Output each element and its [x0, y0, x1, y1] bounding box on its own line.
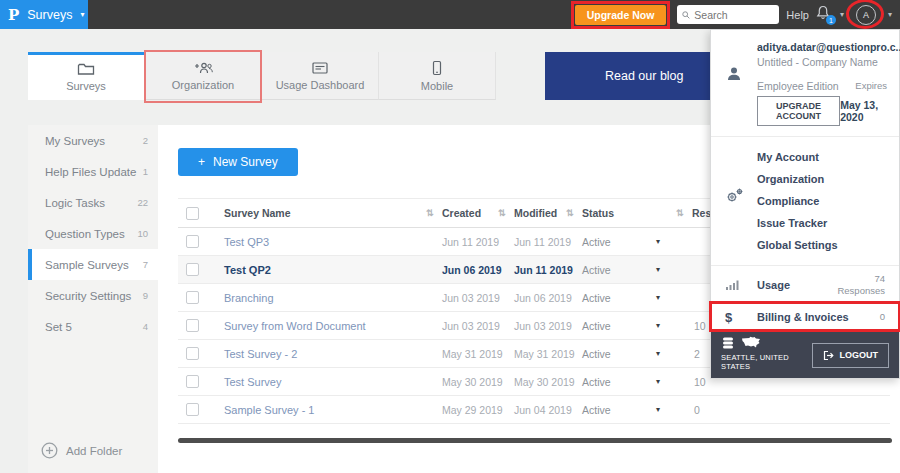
select-all-checkbox[interactable]	[186, 207, 199, 220]
status-dropdown-caret[interactable]: ▾	[656, 405, 692, 414]
billing-label: Billing & Invoices	[757, 311, 880, 323]
tab-mobile[interactable]: Mobile	[379, 52, 496, 100]
help-link[interactable]: Help	[786, 9, 809, 21]
usage-row[interactable]: Usage 74Responses	[711, 266, 899, 304]
survey-name-link[interactable]: Test Survey - 2	[224, 348, 442, 360]
status-dropdown-caret[interactable]: ▾	[656, 265, 692, 274]
modified-date: Jun 11 2019	[514, 236, 582, 248]
horizontal-scrollbar[interactable]	[178, 438, 892, 443]
product-switcher[interactable]: P Surveys ▾	[0, 0, 88, 29]
survey-name-link[interactable]: Sample Survey - 1	[224, 404, 442, 416]
sidebar-item-set-5[interactable]: Set 5 4	[28, 311, 158, 342]
gears-icon	[724, 187, 744, 205]
modified-date: Jun 11 2019	[514, 264, 582, 276]
sort-icon[interactable]: ⇅	[498, 208, 506, 218]
tab-surveys[interactable]: Surveys	[28, 52, 145, 100]
search-input[interactable]	[694, 9, 774, 21]
row-checkbox[interactable]	[186, 291, 199, 304]
notification-badge: 1	[826, 15, 836, 25]
account-summary: aditya.datar@questionpro.c... Untitled -…	[711, 30, 899, 136]
module-tabs: Surveys Organization Usage Dashboard	[28, 52, 496, 100]
expires-label: Expires	[855, 80, 887, 92]
folder-label: Logic Tasks	[45, 197, 137, 209]
sidebar-item-sample-surveys[interactable]: Sample Surveys 7	[28, 249, 158, 280]
row-checkbox[interactable]	[186, 375, 199, 388]
survey-name-link[interactable]: Branching	[224, 292, 442, 304]
chevron-down-icon[interactable]: ▾	[888, 11, 892, 19]
status-value: Active	[582, 320, 656, 332]
add-folder-button[interactable]: Add Folder	[41, 442, 122, 459]
menu-item-my-account[interactable]: My Account	[711, 146, 899, 168]
folder-label: Set 5	[45, 321, 143, 333]
folder-count: 1	[143, 166, 148, 177]
upgrade-account-button[interactable]: UPGRADE ACCOUNT	[757, 96, 840, 126]
modified-date: May 31 2019	[514, 348, 582, 360]
status-dropdown-caret[interactable]: ▾	[656, 377, 692, 386]
database-icon	[721, 336, 735, 350]
expires-date: May 13, 2020	[840, 99, 887, 123]
tab-label: Mobile	[421, 80, 453, 92]
logout-icon	[823, 350, 834, 361]
folder-sidebar: My Surveys 2 Help Files Update 1 Logic T…	[28, 125, 158, 473]
plus-icon: +	[198, 155, 205, 169]
upgrade-now-button[interactable]: Upgrade Now	[575, 5, 667, 25]
column-header-survey-name[interactable]: Survey Name	[224, 207, 442, 219]
sidebar-item-security-settings[interactable]: Security Settings 9	[28, 280, 158, 311]
tab-label: Organization	[172, 79, 234, 91]
chevron-down-icon[interactable]: ▾	[840, 11, 844, 19]
column-header-status[interactable]: ⇅Status	[582, 207, 656, 219]
survey-name-link[interactable]: Test QP3	[224, 236, 442, 248]
tab-organization[interactable]: Organization	[145, 52, 262, 100]
survey-name-link[interactable]: Test Survey	[224, 376, 442, 388]
status-dropdown-caret[interactable]: ▾	[656, 349, 692, 358]
account-menu-list: My Account Organization Compliance Issue…	[711, 137, 899, 265]
response-count: 0	[692, 404, 890, 416]
status-value: Active	[582, 376, 656, 388]
row-checkbox[interactable]	[186, 263, 199, 276]
row-checkbox[interactable]	[186, 235, 199, 248]
row-checkbox[interactable]	[186, 403, 199, 416]
menu-item-global-settings[interactable]: Global Settings	[711, 234, 899, 256]
status-value: Active	[582, 292, 656, 304]
new-survey-label: New Survey	[213, 155, 278, 169]
sidebar-item-help-files-update[interactable]: Help Files Update 1	[28, 156, 158, 187]
search-box[interactable]	[677, 5, 779, 24]
account-company: Untitled - Company Name	[757, 56, 887, 68]
sidebar-item-logic-tasks[interactable]: Logic Tasks 22	[28, 187, 158, 218]
menu-item-issue-tracker[interactable]: Issue Tracker	[711, 212, 899, 234]
row-checkbox[interactable]	[186, 319, 199, 332]
upgrade-annotation-box: Upgrade Now	[571, 1, 671, 29]
datacenter-location: SEATTLE, UNITED STATES	[721, 336, 812, 371]
billing-invoices-row[interactable]: $ Billing & Invoices 0	[711, 304, 899, 330]
status-dropdown-caret[interactable]: ▾	[656, 321, 692, 330]
organization-annotation-box	[144, 50, 262, 103]
account-menu-trigger[interactable]: A	[851, 0, 881, 29]
account-dropdown-panel: aditya.datar@questionpro.c... Untitled -…	[710, 29, 900, 379]
survey-name-link[interactable]: Test QP2	[224, 264, 442, 276]
topbar-actions: Upgrade Now Help 1 ▾ A ▾	[571, 0, 900, 29]
status-dropdown-caret[interactable]: ▾	[656, 293, 692, 302]
tab-usage-dashboard[interactable]: Usage Dashboard	[262, 52, 379, 100]
logout-button[interactable]: LOGOUT	[812, 343, 890, 368]
account-email: aditya.datar@questionpro.c...	[757, 41, 887, 53]
plus-circle-icon	[41, 442, 58, 459]
new-survey-button[interactable]: + New Survey	[178, 148, 298, 176]
sidebar-item-question-types[interactable]: Question Types 10	[28, 218, 158, 249]
notifications-button[interactable]: 1	[816, 5, 833, 24]
sort-icon[interactable]: ⇅	[566, 208, 574, 218]
row-checkbox[interactable]	[186, 347, 199, 360]
survey-name-link[interactable]: Survey from Word Document	[224, 320, 442, 332]
sort-icon[interactable]: ⇅	[426, 208, 434, 218]
sort-icon[interactable]: ⇅	[676, 208, 684, 218]
mobile-phone-icon	[431, 60, 443, 76]
folder-count: 2	[143, 135, 148, 146]
status-dropdown-caret[interactable]: ▾	[656, 237, 692, 246]
folder-label: Question Types	[45, 228, 137, 240]
folder-count: 4	[143, 321, 148, 332]
top-bar: P Surveys ▾ Upgrade Now Help 1 ▾ A	[0, 0, 900, 29]
app-menu-label: Surveys	[27, 8, 72, 22]
sidebar-item-my-surveys[interactable]: My Surveys 2	[28, 125, 158, 156]
folder-count: 9	[143, 290, 148, 301]
folder-label: My Surveys	[45, 135, 143, 147]
avatar[interactable]: A	[856, 5, 876, 25]
